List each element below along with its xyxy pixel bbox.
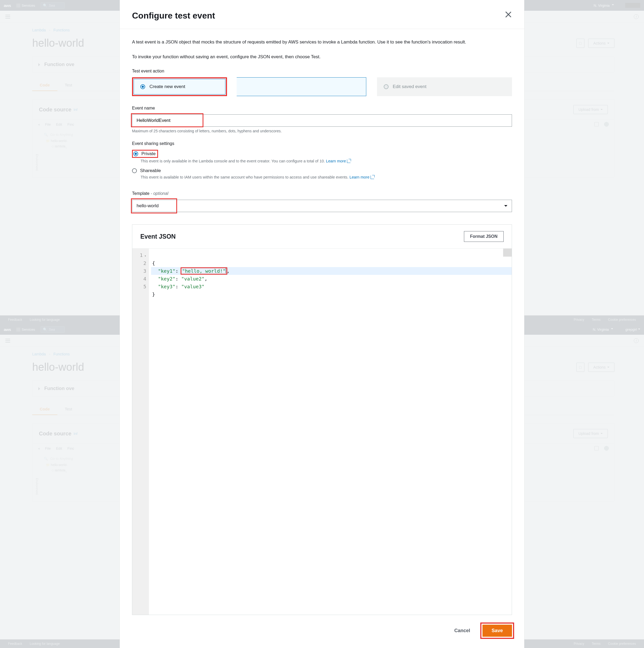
editor-gutter: 1 2 3 4 5 xyxy=(132,249,149,615)
radio-create-new-event-ext[interactable] xyxy=(237,77,366,96)
highlight-save: Save xyxy=(480,623,514,639)
template-value: hello-world xyxy=(136,203,159,209)
radio-private[interactable]: Private xyxy=(133,151,156,157)
modal-description: A test event is a JSON object that mocks… xyxy=(132,39,512,46)
radio-create-new-event[interactable]: Create new event xyxy=(134,79,225,95)
highlight-private: Private xyxy=(132,150,158,158)
label-sharing: Event sharing settings xyxy=(132,141,512,146)
radio-dot-icon xyxy=(132,168,137,173)
save-button[interactable]: Save xyxy=(482,625,512,637)
editor-content[interactable]: { "key1": "hello, world!", "key2": "valu… xyxy=(149,249,512,615)
external-link-icon xyxy=(347,159,351,163)
json-editor[interactable]: 1 2 3 4 5 { "key1": "hello, world!", "ke… xyxy=(132,249,512,615)
scrollbar-stub[interactable] xyxy=(503,249,512,257)
highlight-create-new: Create new event xyxy=(132,77,227,96)
radio-label: Edit saved event xyxy=(393,84,427,90)
radio-label: Private xyxy=(141,151,156,157)
radio-dot-icon xyxy=(133,151,138,156)
radio-label: Create new event xyxy=(150,84,185,90)
close-icon[interactable] xyxy=(505,11,512,18)
modal-description-2: To invoke your function without saving a… xyxy=(132,54,512,60)
modal-header: Configure test event xyxy=(120,0,524,29)
caret-down-icon xyxy=(504,205,508,208)
modal-footer: Cancel Save xyxy=(120,615,524,648)
radio-dot-icon xyxy=(384,84,389,89)
label-test-event-action: Test event action xyxy=(132,69,512,73)
learn-more-link[interactable]: Learn more xyxy=(326,159,351,163)
event-name-help: Maximum of 25 characters consisting of l… xyxy=(132,129,512,133)
radio-label: Shareable xyxy=(140,168,161,173)
label-event-name: Event name xyxy=(132,106,512,111)
radio-dot-icon xyxy=(140,84,145,89)
shareable-help: This event is available to IAM users wit… xyxy=(140,175,512,179)
event-name-input[interactable] xyxy=(132,114,512,127)
event-json-title: Event JSON xyxy=(140,233,176,240)
private-help: This event is only available in the Lamb… xyxy=(140,159,512,163)
modal-title: Configure test event xyxy=(132,11,215,21)
radio-edit-saved-event: Edit saved event xyxy=(377,77,512,96)
cancel-button[interactable]: Cancel xyxy=(448,625,476,637)
configure-test-event-modal: Configure test event A test event is a J… xyxy=(120,0,524,648)
radio-shareable[interactable]: Shareable xyxy=(132,168,512,173)
highlight-json-value: "hello, world!" xyxy=(181,267,227,275)
learn-more-link[interactable]: Learn more xyxy=(350,175,374,179)
template-select[interactable]: hello-world xyxy=(132,200,512,212)
label-template: Template - optional xyxy=(132,191,512,196)
format-json-button[interactable]: Format JSON xyxy=(464,231,504,242)
event-json-panel: Event JSON Format JSON 1 2 3 4 5 { "key1… xyxy=(132,224,512,615)
external-link-icon xyxy=(370,175,374,179)
text-cursor xyxy=(226,268,226,273)
